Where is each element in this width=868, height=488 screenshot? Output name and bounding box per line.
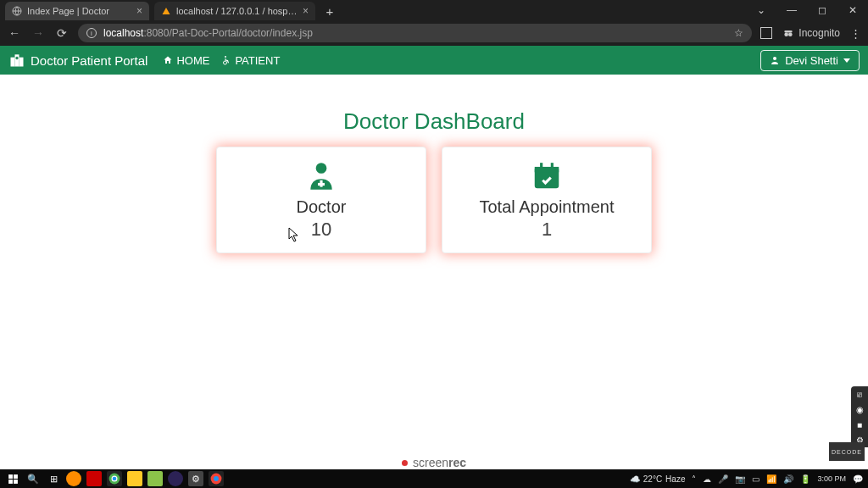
doctor-icon xyxy=(305,160,337,192)
camera-toggle-icon[interactable]: ⎚ xyxy=(851,386,868,402)
svg-point-1 xyxy=(785,32,789,36)
close-icon[interactable]: × xyxy=(303,5,309,17)
card-label: Doctor xyxy=(297,197,347,217)
svg-rect-5 xyxy=(19,58,24,67)
weather-widget[interactable]: ☁️ 22°C Haze xyxy=(630,474,686,484)
brand[interactable]: Doctor Patient Portal xyxy=(8,52,147,69)
tray-camera-icon[interactable]: 📷 xyxy=(735,474,745,484)
taskbar-app-chrome-2[interactable] xyxy=(209,471,224,486)
taskbar-app-eclipse[interactable] xyxy=(168,471,183,486)
tray-battery-icon[interactable]: 🔋 xyxy=(800,474,810,484)
card-value: 1 xyxy=(542,219,552,241)
svg-point-27 xyxy=(214,476,219,481)
brand-title: Doctor Patient Portal xyxy=(31,53,147,68)
tray-mic-icon[interactable]: 🎤 xyxy=(718,474,728,484)
taskbar-app-explorer[interactable] xyxy=(127,471,142,486)
tray-meet-icon[interactable]: ▭ xyxy=(752,474,760,484)
url-path: /Pat-Doc-Portal/doctor/index.jsp xyxy=(169,27,312,39)
svg-rect-22 xyxy=(14,480,18,484)
screenrec-label: screenrec xyxy=(402,456,466,469)
taskbar-app-youtube[interactable] xyxy=(86,471,102,486)
app-navbar: Doctor Patient Portal HOME PATIENT Devi … xyxy=(0,46,868,75)
globe-icon xyxy=(12,6,22,16)
home-icon xyxy=(163,55,173,65)
svg-rect-21 xyxy=(8,480,13,484)
tray-volume-icon[interactable]: 🔊 xyxy=(783,474,793,484)
svg-rect-14 xyxy=(318,182,325,185)
taskbar-clock[interactable]: 3:00 PM xyxy=(817,475,846,483)
card-total-appointment[interactable]: Total Appointment 1 xyxy=(442,147,652,253)
address-bar[interactable]: i localhost:8080/Pat-Doc-Portal/doctor/i… xyxy=(78,24,752,42)
svg-rect-20 xyxy=(14,474,18,479)
svg-rect-19 xyxy=(8,474,13,479)
notifications-icon[interactable]: 💬 xyxy=(853,474,863,484)
browser-tab-active[interactable]: Index Page | Doctor × xyxy=(5,2,149,20)
user-name: Devi Shetti xyxy=(785,54,838,67)
svg-rect-6 xyxy=(15,54,19,66)
browser-toolbar: ← → ⟳ i localhost:8080/Pat-Doc-Portal/do… xyxy=(0,20,868,46)
task-view-icon[interactable]: ⊞ xyxy=(46,471,61,486)
window-controls: ⌄ ― ◻ ✕ xyxy=(746,0,868,20)
weather-desc: Haze xyxy=(665,474,685,484)
window-maximize-button[interactable]: ◻ xyxy=(807,0,837,20)
window-close-button[interactable]: ✕ xyxy=(837,0,868,20)
card-value: 10 xyxy=(311,219,331,241)
svg-rect-18 xyxy=(535,166,559,171)
new-tab-button[interactable]: + xyxy=(320,2,339,20)
incognito-indicator[interactable]: Incognito xyxy=(782,27,840,39)
search-icon[interactable]: 🔍 xyxy=(25,471,41,486)
hospital-icon xyxy=(8,52,25,69)
svg-rect-3 xyxy=(785,30,793,32)
weather-temp: 22°C xyxy=(643,474,662,484)
svg-point-12 xyxy=(316,163,327,174)
taskbar-app-firefox[interactable] xyxy=(66,471,81,486)
weather-icon: ☁️ xyxy=(630,474,640,484)
decode-badge: DECODE xyxy=(829,442,865,461)
record-dot-icon xyxy=(402,460,408,466)
svg-rect-8 xyxy=(15,58,18,59)
svg-point-10 xyxy=(224,61,227,64)
video-icon[interactable]: ■ xyxy=(851,417,868,432)
tab-title: Index Page | Doctor xyxy=(27,6,131,16)
tray-onedrive-icon[interactable]: ☁ xyxy=(703,474,711,484)
tray-wifi-icon[interactable]: 📶 xyxy=(766,474,776,484)
start-button[interactable] xyxy=(5,471,20,486)
browser-tab-inactive[interactable]: localhost / 127.0.0.1 / hospital / d × xyxy=(154,2,315,20)
forward-button[interactable]: → xyxy=(31,25,46,41)
nav-patient-label: PATIENT xyxy=(235,54,280,67)
svg-point-9 xyxy=(225,56,226,58)
star-icon[interactable]: ☆ xyxy=(734,27,743,39)
window-minimize-icon[interactable]: ⌄ xyxy=(746,0,776,20)
url-host: localhost xyxy=(103,27,143,39)
taskbar-app-notepad[interactable] xyxy=(147,471,163,486)
windows-taskbar: 🔍 ⊞ ⚙ ☁️ 22°C Haze ˄ ☁ 🎤 📷 ▭ 📶 🔊 🔋 3:00 … xyxy=(0,469,868,488)
site-info-icon[interactable]: i xyxy=(86,28,97,38)
close-icon[interactable]: × xyxy=(136,5,142,17)
svg-point-11 xyxy=(773,57,776,60)
incognito-label: Incognito xyxy=(798,27,840,39)
back-button[interactable]: ← xyxy=(7,25,22,41)
user-menu-button[interactable]: Devi Shetti xyxy=(760,50,860,71)
nav-patient[interactable]: PATIENT xyxy=(221,54,280,67)
page-content: Doctor DashBoard Doctor 10 Total Appoint… xyxy=(0,75,868,253)
extensions-icon[interactable] xyxy=(760,27,772,39)
calendar-check-icon xyxy=(531,160,563,192)
nav-home[interactable]: HOME xyxy=(163,54,209,67)
url-port: :8080 xyxy=(143,27,169,39)
photo-icon[interactable]: ◉ xyxy=(851,402,868,417)
phpmyadmin-icon xyxy=(161,6,171,16)
taskbar-app-chrome[interactable] xyxy=(107,471,122,486)
dashboard-title: Doctor DashBoard xyxy=(0,108,868,135)
screenrec-widget[interactable]: ⎚ ◉ ■ ⚙ xyxy=(851,386,868,447)
nav-home-label: HOME xyxy=(176,54,209,67)
taskbar-app-settings[interactable]: ⚙ xyxy=(188,471,203,486)
tab-title: localhost / 127.0.0.1 / hospital / d xyxy=(176,6,298,16)
window-minimize-button[interactable]: ― xyxy=(776,0,807,20)
tray-chevron-icon[interactable]: ˄ xyxy=(692,474,696,484)
chevron-down-icon xyxy=(843,58,850,63)
wheelchair-icon xyxy=(221,55,231,65)
reload-button[interactable]: ⟳ xyxy=(54,25,70,41)
kebab-menu-icon[interactable]: ⋮ xyxy=(850,27,861,40)
card-doctor[interactable]: Doctor 10 xyxy=(216,147,426,253)
browser-tab-strip: Index Page | Doctor × localhost / 127.0.… xyxy=(0,0,868,20)
